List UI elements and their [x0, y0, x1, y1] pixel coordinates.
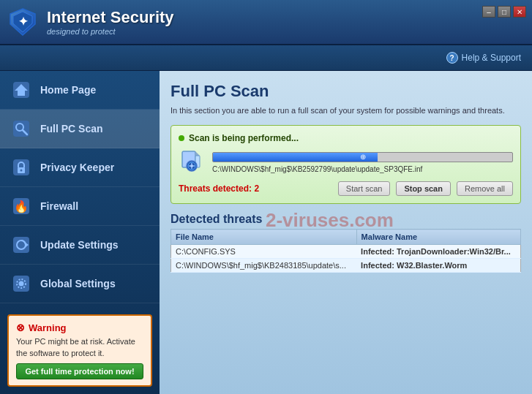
sidebar-item-fullscan[interactable]: Full PC Scan	[0, 110, 160, 148]
scan-file-icon	[179, 149, 205, 175]
detected-threats-section: Detected threats 2-viruses.com File Name…	[171, 213, 521, 273]
svg-marker-20	[195, 151, 200, 156]
table-row: C:\WINDOWS\$hf_mig$\KB2483185\update\s..…	[171, 259, 521, 273]
table-row: C:\CONFIG.SYSInfected: TrojanDownloader:…	[171, 245, 521, 259]
cell-filename: C:\CONFIG.SYS	[171, 245, 357, 259]
sidebar-item-global[interactable]: Global Settings	[0, 265, 160, 303]
threats-section-title: Detected threats	[171, 213, 521, 226]
svg-point-25	[190, 164, 193, 167]
sidebar-item-privacy[interactable]: Privacy Keeper	[0, 148, 160, 187]
remove-all-button[interactable]: Remove all	[457, 181, 513, 196]
page-title: Full PC Scan	[171, 82, 521, 101]
scan-progress-row: ⊕ C:\WINDOWS\$hf_mig$\KB2592799\update\u…	[179, 149, 513, 175]
app-logo-icon: ✦	[7, 7, 38, 37]
scan-file-path: C:\WINDOWS\$hf_mig$\KB2592799\update\upd…	[212, 165, 513, 173]
gear-icon	[11, 273, 31, 294]
progress-bar-target: ⊕	[358, 153, 368, 162]
protection-button[interactable]: Get full time protection now!	[16, 363, 143, 379]
content-area: Full PC Scan In this section you are abl…	[160, 71, 532, 394]
sidebar-item-home[interactable]: Home Page	[0, 71, 160, 110]
threats-count-value: 2	[254, 183, 259, 194]
sidebar-item-label-privacy: Privacy Keeper	[40, 162, 114, 173]
scan-box: Scan is being performed...	[171, 125, 521, 204]
scan-icon	[11, 118, 31, 139]
scan-status-text: Scan is being performed...	[189, 133, 299, 143]
minimize-button[interactable]: –	[482, 6, 495, 18]
progress-bar: ⊕	[212, 152, 513, 162]
sidebar-item-firewall[interactable]: 🔥 Firewall	[0, 187, 160, 226]
update-icon	[11, 235, 31, 255]
sidebar-item-update[interactable]: Update Settings	[0, 226, 160, 265]
col-filename: File Name	[171, 230, 357, 245]
sidebar-item-label-home: Home Page	[40, 84, 96, 96]
warning-box: ⊗ Warning Your PC might be at risk. Acti…	[7, 314, 152, 387]
cell-malwarename: Infected: TrojanDownloader:Win32/Br...	[356, 245, 520, 259]
home-icon	[11, 80, 31, 100]
scan-status-dot	[179, 135, 184, 141]
scan-progress-details: ⊕ C:\WINDOWS\$hf_mig$\KB2592799\update\u…	[212, 152, 513, 173]
sidebar-item-label-update: Update Settings	[40, 239, 119, 251]
lock-icon	[11, 157, 31, 178]
app-subtitle: designed to protect	[47, 27, 174, 36]
firewall-icon: 🔥	[11, 196, 31, 216]
col-malwarename: Malware Name	[356, 230, 520, 245]
scan-status-line: Scan is being performed...	[179, 133, 513, 143]
help-support-button[interactable]: ? Help & Support	[446, 52, 521, 64]
sidebar: Home Page Full PC Scan	[0, 71, 160, 394]
sidebar-item-label-firewall: Firewall	[40, 200, 78, 212]
warning-text: Your PC might be at risk. Activate the s…	[16, 336, 143, 359]
sidebar-item-label-fullscan: Full PC Scan	[40, 123, 103, 135]
cell-filename: C:\WINDOWS\$hf_mig$\KB2483185\update\s..…	[171, 259, 357, 273]
warning-title: ⊗ Warning	[16, 322, 143, 333]
start-scan-button[interactable]: Start scan	[338, 181, 391, 196]
svg-point-17	[19, 281, 24, 287]
sidebar-item-label-global: Global Settings	[40, 278, 116, 289]
threats-table: File Name Malware Name C:\CONFIG.SYSInfe…	[171, 229, 521, 273]
svg-text:✦: ✦	[18, 15, 29, 28]
help-icon: ?	[446, 52, 458, 64]
cell-malwarename: Infected: W32.Blaster.Worm	[356, 259, 520, 273]
title-text: Internet Security designed to protect	[47, 8, 174, 36]
scan-actions: Threats detected: 2 Start scan Stop scan…	[179, 181, 513, 196]
close-button[interactable]: ✕	[513, 6, 526, 18]
help-label: Help & Support	[462, 53, 521, 63]
svg-point-10	[20, 170, 23, 172]
stop-scan-button[interactable]: Stop scan	[396, 181, 451, 196]
progress-bar-fill	[213, 153, 378, 162]
page-description: In this section you are able to run a fu…	[171, 105, 521, 116]
warning-icon: ⊗	[16, 322, 25, 333]
maximize-button[interactable]: □	[498, 6, 511, 18]
svg-text:🔥: 🔥	[14, 200, 29, 213]
threats-count-label: Threats detected: 2	[179, 183, 332, 194]
help-bar: ? Help & Support	[0, 45, 532, 71]
app-title: Internet Security	[47, 8, 174, 27]
main-layout: Home Page Full PC Scan	[0, 71, 532, 394]
window-controls: – □ ✕	[482, 6, 526, 18]
title-bar: ✦ Internet Security designed to protect …	[0, 0, 532, 45]
